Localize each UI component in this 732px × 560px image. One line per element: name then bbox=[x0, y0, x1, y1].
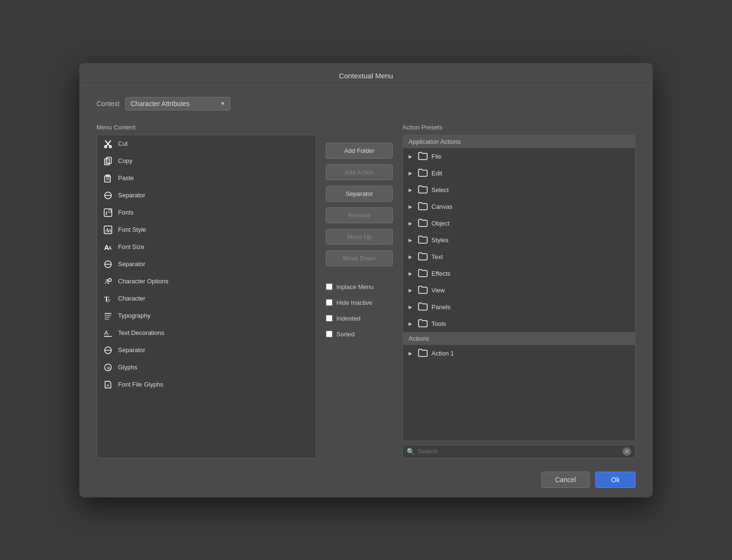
menu-item-icon: Ty bbox=[103, 293, 113, 304]
title-bar: Contextual Menu bbox=[79, 63, 653, 86]
contextual-menu-dialog: Contextual Menu Context Character Attrib… bbox=[79, 63, 653, 497]
folder-icon bbox=[418, 151, 428, 162]
checkbox-row: Inplace Menu bbox=[326, 283, 393, 291]
action-presets-label: Action Presets bbox=[402, 124, 635, 131]
preset-item[interactable]: ▶Select bbox=[403, 182, 635, 198]
folder-icon bbox=[418, 269, 428, 279]
menu-item-label: Font File Glyphs bbox=[118, 381, 163, 388]
preset-item[interactable]: ▶Styles bbox=[403, 232, 635, 248]
preset-item[interactable]: ▶Edit bbox=[403, 165, 635, 182]
list-item[interactable]: A̲Text Decorations bbox=[97, 324, 316, 342]
add-folder-button[interactable]: Add Folder bbox=[326, 143, 393, 159]
list-item[interactable]: Separator bbox=[97, 256, 316, 273]
cancel-button[interactable]: Cancel bbox=[541, 472, 590, 488]
checkbox-label: Indented bbox=[336, 315, 361, 322]
context-select-wrapper[interactable]: Character AttributesTextObjectCanvas ▼ bbox=[125, 97, 230, 110]
remove-button[interactable]: Remove bbox=[326, 207, 393, 223]
folder-icon bbox=[418, 202, 428, 212]
main-content: Menu Content CutCopyPasteSeparatorfFonts… bbox=[97, 124, 635, 458]
menu-item-icon bbox=[103, 173, 113, 183]
preset-item[interactable]: ▶View bbox=[403, 282, 635, 299]
context-label: Context bbox=[97, 100, 119, 108]
move-down-button[interactable]: Move Down bbox=[326, 250, 393, 266]
right-panel: Action Presets Application Actions▶File▶… bbox=[402, 124, 635, 458]
folder-icon bbox=[418, 235, 428, 245]
list-item[interactable]: ACharacter Options bbox=[97, 273, 316, 290]
search-clear-button[interactable]: ✕ bbox=[623, 447, 631, 456]
menu-item-icon: AA bbox=[103, 225, 113, 235]
left-panel: Menu Content CutCopyPasteSeparatorfFonts… bbox=[97, 124, 316, 458]
folder-icon bbox=[418, 252, 428, 262]
checkbox-row: Sorted bbox=[326, 331, 393, 338]
preset-item[interactable]: ▶Object bbox=[403, 215, 635, 232]
menu-item-icon: A̲ bbox=[103, 328, 113, 338]
preset-item-label: Effects bbox=[431, 270, 451, 277]
hide-inactive-checkbox[interactable] bbox=[326, 299, 333, 306]
dialog-title: Contextual Menu bbox=[339, 72, 393, 80]
preset-item[interactable]: ▶File bbox=[403, 148, 635, 165]
menu-item-label: Character bbox=[118, 295, 145, 302]
search-input[interactable] bbox=[418, 448, 620, 455]
list-item[interactable]: AFont File Glyphs bbox=[97, 376, 316, 393]
list-item[interactable]: AAFont Size bbox=[97, 238, 316, 256]
menu-item-label: Text Decorations bbox=[118, 329, 164, 336]
context-select[interactable]: Character AttributesTextObjectCanvas bbox=[125, 97, 230, 110]
expand-arrow-icon: ▶ bbox=[409, 221, 414, 226]
preset-item-label: Text bbox=[431, 253, 443, 260]
expand-arrow-icon: ▶ bbox=[409, 271, 414, 276]
menu-item-icon bbox=[103, 139, 113, 149]
menu-item-icon: ✳ bbox=[103, 362, 113, 373]
expand-arrow-icon: ▶ bbox=[409, 171, 414, 176]
svg-text:f: f bbox=[106, 210, 108, 216]
menu-item-icon bbox=[103, 190, 113, 201]
preset-item[interactable]: ▶Action 1 bbox=[403, 345, 635, 362]
folder-icon bbox=[418, 285, 428, 295]
menu-item-label: Separator bbox=[118, 192, 145, 199]
preset-item[interactable]: ▶Effects bbox=[403, 265, 635, 282]
menu-item-icon: f bbox=[103, 207, 113, 218]
preset-item-label: Canvas bbox=[431, 203, 452, 210]
svg-text:y: y bbox=[108, 297, 110, 302]
list-item[interactable]: Cut bbox=[97, 135, 316, 152]
separator-button[interactable]: Separator bbox=[326, 186, 393, 202]
svg-rect-5 bbox=[105, 159, 109, 165]
list-item[interactable]: Paste bbox=[97, 170, 316, 187]
menu-item-label: Glyphs bbox=[118, 364, 137, 371]
folder-icon bbox=[418, 348, 428, 358]
list-item[interactable]: Separator bbox=[97, 187, 316, 204]
bottom-bar: Cancel Ok bbox=[97, 466, 635, 488]
action-presets-list[interactable]: Application Actions▶File▶Edit▶Select▶Can… bbox=[402, 135, 635, 441]
inplace-menu-checkbox[interactable] bbox=[326, 283, 333, 290]
menu-item-label: Separator bbox=[118, 346, 145, 354]
list-item[interactable]: fFonts bbox=[97, 204, 316, 221]
menu-content-label: Menu Content bbox=[97, 124, 316, 131]
list-item[interactable]: AAFont Style bbox=[97, 221, 316, 238]
checkbox-row: Hide Inactive bbox=[326, 299, 393, 306]
preset-item[interactable]: ▶Tools bbox=[403, 315, 635, 332]
ok-button[interactable]: Ok bbox=[595, 472, 635, 488]
expand-arrow-icon: ▶ bbox=[409, 351, 414, 356]
list-item[interactable]: TyCharacter bbox=[97, 290, 316, 307]
list-item[interactable]: Copy bbox=[97, 152, 316, 170]
menu-item-label: Copy bbox=[118, 157, 132, 164]
svg-text:A: A bbox=[108, 246, 112, 251]
preset-item[interactable]: ▶Canvas bbox=[403, 198, 635, 215]
list-item[interactable]: ✳Glyphs bbox=[97, 359, 316, 376]
preset-item[interactable]: ▶Panels bbox=[403, 299, 635, 315]
menu-list[interactable]: CutCopyPasteSeparatorfFontsAAFont StyleA… bbox=[97, 135, 316, 458]
checkbox-label: Hide Inactive bbox=[336, 299, 372, 306]
preset-item-label: File bbox=[431, 153, 441, 160]
preset-item-label: View bbox=[431, 287, 445, 294]
indented-checkbox[interactable] bbox=[326, 315, 333, 322]
preset-item-label: Select bbox=[431, 186, 449, 194]
folder-icon bbox=[418, 168, 428, 178]
svg-text:✳: ✳ bbox=[107, 365, 110, 370]
move-up-button[interactable]: Move Up bbox=[326, 229, 393, 245]
preset-item-label: Action 1 bbox=[431, 350, 454, 357]
add-action-button[interactable]: Add Action bbox=[326, 164, 393, 180]
menu-item-icon: A bbox=[103, 276, 113, 287]
preset-item[interactable]: ▶Text bbox=[403, 248, 635, 265]
list-item[interactable]: Typography bbox=[97, 307, 316, 324]
list-item[interactable]: Separator bbox=[97, 342, 316, 359]
sorted-checkbox[interactable] bbox=[326, 331, 333, 337]
